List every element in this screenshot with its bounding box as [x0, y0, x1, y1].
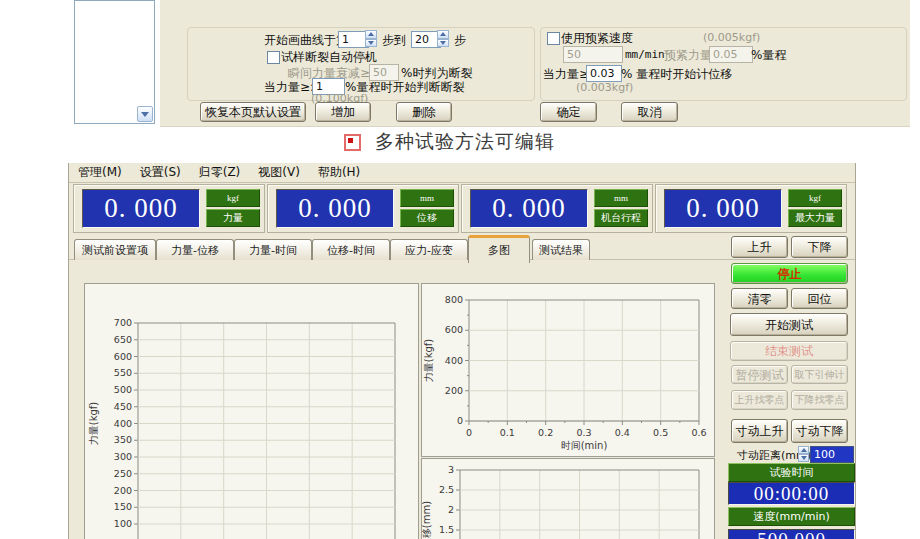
- curve-mid-label: 步到: [382, 33, 406, 47]
- displacement-chart: 32.521.510.50位移(mm): [421, 458, 715, 539]
- menu-zero[interactable]: 归零(Z): [190, 164, 250, 181]
- end-test-button[interactable]: 结束测试: [730, 341, 848, 361]
- svg-text:350: 350: [114, 434, 132, 445]
- return-button[interactable]: 回位: [791, 288, 848, 309]
- travel-unit-badge: mm: [594, 189, 648, 207]
- svg-text:0.5: 0.5: [653, 427, 668, 438]
- disp-suffix: % 量程时开始计位移: [621, 67, 732, 81]
- ok-button[interactable]: 确定: [540, 102, 597, 122]
- svg-text:0.4: 0.4: [615, 427, 630, 438]
- up-button[interactable]: 上升: [731, 236, 788, 258]
- decay-input[interactable]: 50: [369, 64, 399, 81]
- svg-text:100: 100: [114, 518, 132, 529]
- tab-pretest-settings[interactable]: 测试前设置项: [74, 239, 156, 260]
- up-find-zero-button[interactable]: 上升找零点: [731, 390, 788, 410]
- svg-text:600: 600: [445, 324, 463, 335]
- tab-multi-chart[interactable]: 多图: [468, 235, 530, 263]
- svg-text:200: 200: [445, 385, 463, 396]
- menu-settings[interactable]: 设置(S): [131, 164, 190, 181]
- curve-end-spinner[interactable]: [437, 30, 449, 47]
- preload-force-label: 预紧力量: [664, 48, 712, 62]
- displacement-label-badge: 位移: [400, 209, 454, 227]
- curve-start-spinner[interactable]: [365, 30, 377, 47]
- tab-stress-strain[interactable]: 应力-应变: [390, 239, 468, 260]
- preload-note: (0.005kgf): [703, 31, 760, 45]
- maxforce-label-badge: 最大力量: [788, 209, 842, 227]
- preload-speed-input[interactable]: 50: [563, 46, 623, 63]
- menu-manage[interactable]: 管理(M): [69, 164, 131, 181]
- force-unit-badge: kgf: [206, 189, 260, 207]
- svg-text:500: 500: [114, 384, 132, 395]
- svg-text:0.2: 0.2: [538, 427, 553, 438]
- travel-display-group: 0. 000 mm 机台行程: [461, 184, 653, 233]
- down-find-zero-button[interactable]: 下降找零点: [791, 390, 848, 410]
- svg-text:650: 650: [114, 334, 132, 345]
- svg-text:800: 800: [445, 294, 463, 305]
- travel-lcd: 0. 000: [470, 189, 588, 228]
- delete-button[interactable]: 删除: [396, 102, 452, 122]
- curve-suffix-label: 步: [454, 33, 466, 47]
- force-time-chart: 800600400200000.10.20.30.40.50.6时间(min)力…: [421, 283, 715, 457]
- svg-text:力量(kgf): 力量(kgf): [88, 402, 99, 446]
- maxforce-display-group: 0. 000 kgf 最大力量: [655, 184, 847, 233]
- tab-displacement-time[interactable]: 位移-时间: [312, 239, 390, 260]
- preload-speed-unit: mm/min: [625, 48, 665, 62]
- preload-checkbox-label: 使用预紧速度: [561, 31, 633, 45]
- jog-up-button[interactable]: 寸动上升: [731, 419, 788, 443]
- tab-force-displacement[interactable]: 力量-位移: [156, 239, 234, 260]
- down-button[interactable]: 下降: [791, 236, 848, 258]
- remove-extensometer-button[interactable]: 取下引伸计: [791, 365, 848, 384]
- svg-text:0.1: 0.1: [500, 427, 515, 438]
- travel-label-badge: 机台行程: [594, 209, 648, 227]
- start-test-button[interactable]: 开始测试: [730, 313, 848, 336]
- svg-text:550: 550: [114, 367, 132, 378]
- svg-text:0.6: 0.6: [691, 427, 706, 438]
- preload-force-input[interactable]: 0.05: [709, 46, 753, 63]
- auto-stop-checkbox[interactable]: [267, 51, 280, 64]
- svg-text:400: 400: [445, 355, 463, 366]
- jog-down-button[interactable]: 寸动下降: [791, 419, 848, 443]
- stop-button[interactable]: 停止: [731, 263, 848, 284]
- preload-force-unit: %量程: [751, 48, 786, 62]
- restore-defaults-button[interactable]: 恢复本页默认设置: [200, 102, 306, 122]
- main-window: 管理(M) 设置(S) 归零(Z) 视图(V) 帮助(H) 0. 000 kgf…: [68, 163, 856, 539]
- svg-text:1.5: 1.5: [439, 524, 454, 535]
- curve-row-label: 开始画曲线于第: [264, 33, 348, 47]
- method-listbox[interactable]: [74, 0, 155, 124]
- test-time-display: 00:00:00: [728, 482, 855, 505]
- add-button[interactable]: 增加: [315, 102, 371, 122]
- svg-text:位移(mm): 位移(mm): [422, 501, 432, 539]
- scroll-down-arrow-icon[interactable]: [137, 106, 153, 122]
- disp-note: (0.003kgf): [576, 81, 633, 95]
- svg-text:450: 450: [114, 401, 132, 412]
- displacement-unit-badge: mm: [400, 189, 454, 207]
- svg-text:0.3: 0.3: [576, 427, 591, 438]
- preload-speed-checkbox[interactable]: [547, 32, 560, 45]
- tab-force-time[interactable]: 力量-时间: [234, 239, 312, 260]
- svg-text:400: 400: [114, 418, 132, 429]
- svg-text:时间(min): 时间(min): [561, 440, 608, 451]
- cancel-button[interactable]: 取消: [621, 102, 678, 122]
- break-settings-group: 开始画曲线于第 1 步到 20 步 试样断裂自动停机 瞬间力量衰减≥: 50 %…: [187, 27, 535, 101]
- svg-text:2.5: 2.5: [439, 484, 454, 495]
- tab-test-results[interactable]: 测试结果: [532, 239, 590, 260]
- menu-help[interactable]: 帮助(H): [309, 164, 369, 181]
- jog-distance-field[interactable]: 100: [810, 446, 854, 463]
- jog-distance-spinner[interactable]: [798, 446, 809, 462]
- speed-display: 500.000: [728, 529, 855, 539]
- displacement-lcd: 0. 000: [276, 189, 394, 228]
- menu-view[interactable]: 视图(V): [249, 164, 309, 181]
- disp-label: 当力量≥: [543, 67, 589, 81]
- force-display-group: 0. 000 kgf 力量: [73, 184, 265, 233]
- svg-text:250: 250: [114, 468, 132, 479]
- svg-text:0: 0: [466, 427, 472, 438]
- decay-suffix: %时判为断裂: [401, 66, 472, 80]
- clear-zero-button[interactable]: 清零: [731, 288, 788, 309]
- svg-text:力量(kgf): 力量(kgf): [423, 339, 434, 383]
- svg-text:300: 300: [114, 451, 132, 462]
- svg-text:0: 0: [457, 415, 463, 426]
- disp-input[interactable]: 0.03: [586, 65, 622, 82]
- svg-text:3: 3: [448, 464, 454, 475]
- pause-test-button[interactable]: 暂停测试: [731, 365, 788, 384]
- test-time-header: 试验时间: [728, 463, 855, 482]
